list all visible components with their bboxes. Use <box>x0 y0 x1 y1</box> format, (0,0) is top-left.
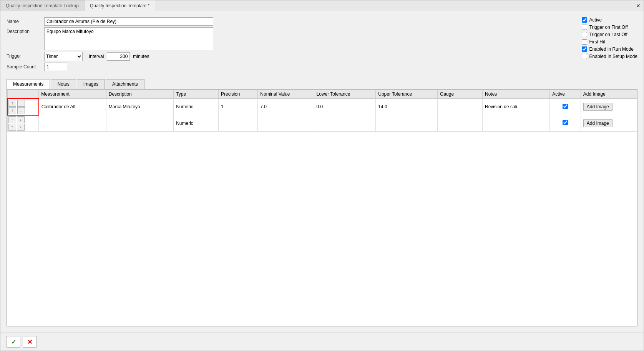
enabled-run-mode-label: Enabled in Run Mode <box>589 46 634 52</box>
measurement-cell-row1: Calibrador de Alt. <box>39 99 106 115</box>
table-row: ↑ ↓ ↑ ↓ Numeric <box>7 115 637 132</box>
left-form: Name Description Equipo Marca Mitutoyo T… <box>7 17 574 73</box>
tab-template[interactable]: Quality Inspection Template * <box>85 0 155 11</box>
cancel-button[interactable]: ✕ <box>23 336 37 348</box>
measurements-table: Measurement Description Type Precision N… <box>7 89 637 132</box>
trigger-select[interactable]: Timer <box>44 52 83 61</box>
cancel-icon: ✕ <box>27 338 32 346</box>
col-header-move <box>7 90 39 99</box>
enabled-setup-mode-label: Enabled In Setup Mode <box>589 54 637 59</box>
arrow-down-bottom-row2[interactable]: ↓ <box>17 124 25 131</box>
measurement-cell-row2 <box>39 115 106 132</box>
add-image-button-row2[interactable]: Add Image <box>583 119 612 127</box>
addimage-cell-row2: Add Image <box>581 115 637 132</box>
description-row: Description Equipo Marca Mitutoyo <box>7 27 574 50</box>
first-hit-checkbox[interactable] <box>582 39 587 45</box>
type-cell-row2: Numeric <box>174 115 219 132</box>
tab-bar: Measurements Notes Images Attachments <box>7 79 637 89</box>
interval-label: Interval <box>89 54 104 59</box>
notes-cell-row2 <box>482 115 549 132</box>
trigger-controls: Timer Interval minutes <box>44 52 149 61</box>
tab-attachments[interactable]: Attachments <box>106 79 144 89</box>
lower-cell-row2 <box>314 115 376 132</box>
addimage-cell-row1: Add Image <box>581 99 637 115</box>
enabled-run-mode-checkbox[interactable] <box>582 46 587 52</box>
arrow-up-top-row1[interactable]: ↑ <box>8 100 16 107</box>
col-header-gauge: Gauge <box>438 90 483 99</box>
table-row: ↑ ↓ ↑ ↓ Calibrador de Alt. Marca Mitutoy… <box>7 99 637 115</box>
gauge-cell-row2 <box>438 115 483 132</box>
col-header-notes: Notes <box>482 90 549 99</box>
active-label: Active <box>589 17 602 23</box>
trigger-label: Trigger <box>7 52 41 59</box>
active-cell-row2 <box>550 115 581 132</box>
col-header-active: Active <box>550 90 581 99</box>
active-checkbox-row2[interactable] <box>563 120 568 125</box>
description-cell-row1: Marca Mitutoyo <box>106 99 173 115</box>
arrow-down-top-row1[interactable]: ↓ <box>17 100 25 107</box>
move-arrows-row2: ↑ ↓ ↑ ↓ <box>8 116 25 131</box>
interval-input[interactable] <box>107 52 130 61</box>
add-image-button-row1[interactable]: Add Image <box>583 103 612 111</box>
footer: ✓ ✕ <box>0 333 644 351</box>
arrow-up-bottom-row1[interactable]: ↑ <box>8 107 16 114</box>
gauge-cell-row1 <box>438 99 483 115</box>
arrow-up-top-row2[interactable]: ↑ <box>8 116 16 123</box>
enabled-setup-mode-row: Enabled In Setup Mode <box>582 54 637 59</box>
arrow-down-top-row2[interactable]: ↓ <box>17 116 25 123</box>
col-header-type: Type <box>174 90 219 99</box>
tab-content-measurements: Measurement Description Type Precision N… <box>7 89 637 326</box>
trigger-last-off-checkbox[interactable] <box>582 32 587 37</box>
trigger-first-off-checkbox[interactable] <box>582 25 587 30</box>
sample-count-label: Sample Count <box>7 63 41 70</box>
col-header-nominal: Nominal Value <box>258 90 314 99</box>
precision-cell-row1: 1 <box>219 99 258 115</box>
name-row: Name <box>7 17 574 26</box>
sample-count-input[interactable] <box>44 63 67 71</box>
arrow-up-bottom-row2[interactable]: ↑ <box>8 124 16 131</box>
first-hit-row: First Hit <box>582 39 637 45</box>
main-window: Quality Inspection Template Lookup Quali… <box>0 0 644 351</box>
title-bar: Quality Inspection Template Lookup Quali… <box>0 0 644 11</box>
arrow-down-bottom-row1[interactable]: ↓ <box>17 107 25 114</box>
close-button[interactable]: ✕ <box>633 0 644 11</box>
tabs-section: Measurements Notes Images Attachments Me… <box>7 79 637 326</box>
move-cell-row1: ↑ ↓ ↑ ↓ <box>7 99 39 115</box>
main-content: Name Description Equipo Marca Mitutoyo T… <box>0 11 644 333</box>
active-checkbox[interactable] <box>582 17 587 23</box>
active-checkbox-row1[interactable] <box>563 104 568 109</box>
sample-count-row: Sample Count <box>7 63 574 71</box>
active-row: Active <box>582 17 637 23</box>
col-header-description: Description <box>106 90 173 99</box>
col-header-lower: Lower Tolerance <box>314 90 376 99</box>
move-cell-row2: ↑ ↓ ↑ ↓ <box>7 115 39 132</box>
lower-cell-row1: 0.0 <box>314 99 376 115</box>
notes-cell-row1: Revision de cali. <box>482 99 549 115</box>
save-icon: ✓ <box>11 338 16 346</box>
col-header-measurement: Measurement <box>39 90 106 99</box>
tab-notes[interactable]: Notes <box>51 79 76 89</box>
save-button[interactable]: ✓ <box>7 336 20 348</box>
trigger-first-off-label: Trigger on First Off <box>589 25 628 30</box>
enabled-run-mode-row: Enabled in Run Mode <box>582 46 637 52</box>
minutes-label: minutes <box>133 54 149 59</box>
col-header-upper: Upper Tolerance <box>376 90 438 99</box>
precision-cell-row2 <box>219 115 258 132</box>
tab-images[interactable]: Images <box>77 79 105 89</box>
first-hit-label: First Hit <box>589 39 605 45</box>
type-cell-row1: Numeric <box>174 99 219 115</box>
description-input[interactable]: Equipo Marca Mitutoyo <box>44 27 213 50</box>
trigger-last-off-label: Trigger on Last Off <box>589 32 627 37</box>
right-panel: Active Trigger on First Off Trigger on L… <box>582 17 637 73</box>
description-label: Description <box>7 27 41 34</box>
trigger-row: Trigger Timer Interval minutes <box>7 52 574 61</box>
name-label: Name <box>7 17 41 24</box>
move-arrows-row1: ↑ ↓ ↑ ↓ <box>8 100 25 114</box>
description-cell-row2 <box>106 115 173 132</box>
enabled-setup-mode-checkbox[interactable] <box>582 54 587 59</box>
top-section: Name Description Equipo Marca Mitutoyo T… <box>7 17 637 73</box>
tab-lookup[interactable]: Quality Inspection Template Lookup <box>0 0 85 11</box>
tab-measurements[interactable]: Measurements <box>7 79 50 89</box>
nominal-cell-row1: 7.0 <box>258 99 314 115</box>
name-input[interactable] <box>44 17 213 26</box>
